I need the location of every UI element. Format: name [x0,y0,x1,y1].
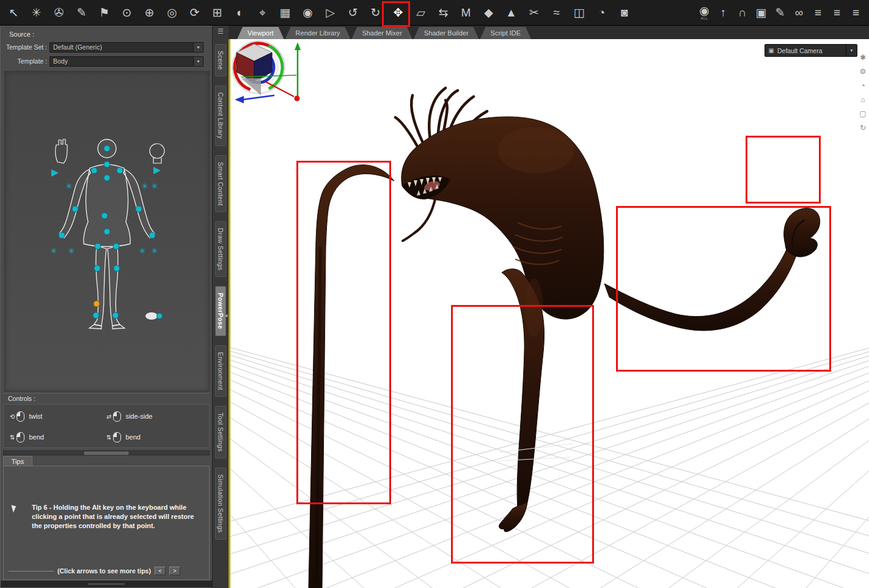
camera-tool-icon[interactable]: ◙ [613,2,636,24]
pen-tool-icon[interactable]: ✎ [70,2,93,24]
controls-header: Controls : [3,393,210,403]
toolbar-main-group: ↖ ✳ ✇ ✎ ⚑ [2,2,636,24]
viewport-tab-bar: Viewport Render Library Shader Mixer Sha… [229,26,869,39]
chevron-down-icon[interactable]: ▼ [193,57,203,66]
head-select-triangle [153,167,161,174]
wedge-tool-icon[interactable]: ▲ [500,2,522,24]
next-tip-button[interactable]: > [169,567,180,575]
control-side-side: ⇄ side-side [106,406,203,427]
tab-scene[interactable]: Scene [215,44,226,76]
chevron-down-icon[interactable]: ▼ [846,45,857,56]
grid-tool-icon[interactable]: ⊞ [206,2,229,24]
home-icon[interactable]: ⌂ [860,96,865,103]
diamond-tool-icon[interactable]: ◆ [477,2,500,24]
hump-highlight [498,127,574,174]
hand-icon [56,139,67,163]
measure-tool-icon[interactable]: M [455,2,477,24]
visibility-all-icon[interactable]: ◉ ALL [695,2,714,24]
template-label: Template : [1,57,50,65]
vptab-shader-builder[interactable]: Shader Builder [414,27,479,39]
mouse-icon [113,411,121,422]
active-joint-dot [94,301,100,307]
settings-gear-icon[interactable]: ⚙ [860,68,867,75]
control-twist: ⟲ twist [10,406,106,427]
top-toolbar: ↖ ✳ ✇ ✎ ⚑ [0,0,869,26]
burst-tool-icon[interactable]: ✳ [25,2,48,24]
hand-select-triangle [51,169,59,177]
tips-footer: (Click arrows to see more tips) < > [9,566,204,576]
vptab-viewport[interactable]: Viewport [237,27,284,39]
source-label: Source : [9,31,34,38]
control-bend-left: ⇅ bend [10,427,106,447]
highlight-box-extended-limb [616,206,831,372]
prev-tip-button[interactable]: < [155,567,166,575]
axis-plane-triangle [241,78,261,95]
clock-tool-icon[interactable]: ◔ [590,2,613,24]
tab-content-library[interactable]: Content Library [215,86,226,145]
pane-list-icon[interactable]: ☰ [218,28,224,35]
person-export-icon[interactable]: ↑ [714,2,733,24]
cursor-icon [11,504,17,512]
refresh-icon[interactable]: ↻ [860,124,866,131]
panel-tool-icon[interactable]: ◫ [568,2,590,24]
tips-tab[interactable]: Tips [3,456,32,466]
svg-text:✳: ✳ [66,182,73,191]
tab-tool-settings[interactable]: Tool Settings [215,406,226,458]
tab-environment[interactable]: Environment [215,345,226,397]
sphere-tool-icon[interactable]: ◐ [229,2,251,24]
template-set-label: Template Set : [1,43,50,51]
wave-tool-icon[interactable]: ≈ [545,2,568,24]
select-tool-icon[interactable]: ↖ [2,2,25,24]
frame-icon[interactable]: ▢ [859,110,866,117]
swap-tool-icon[interactable]: ⇆ [432,2,455,24]
tips-pane: Tip 6 - Holding the Alt key on the keybo… [3,466,210,580]
orbit-tool-icon[interactable]: ⊙ [116,2,138,24]
vptab-shader-mixer[interactable]: Shader Mixer [351,27,412,39]
highlight-box-front-arm [296,161,391,504]
scissors-tool-icon[interactable]: ✂ [522,2,545,24]
tab-smart-content[interactable]: Smart Content [215,155,226,213]
tab-draw-settings[interactable]: Draw Settings [215,221,226,277]
axis-gizmo[interactable] [230,39,306,107]
chevron-down-icon[interactable]: ▼ [193,43,203,52]
template-set-select[interactable]: Default (Generic) ▼ [50,42,204,53]
pose-body-diagram[interactable]: ✳✳✳ ✳✳ ✳✳ [4,71,210,392]
plane-tool-icon[interactable]: ▱ [409,2,432,24]
target-tool-icon[interactable]: ◎ [161,2,183,24]
side-tab-strip: ☰ Scene Content Library Smart Content Dr… [213,26,229,588]
vptab-render-library[interactable]: Render Library [285,27,351,39]
binoculars-icon[interactable]: ∞ [790,2,809,24]
gear-burst-icon[interactable]: ✱ [860,54,866,61]
undo-tool-icon[interactable]: ↺ [342,2,364,24]
mouse-arrow-icon: ⇅ [10,434,15,441]
svg-text:✳: ✳ [152,182,158,191]
orbit-partial-icon[interactable]: ◔ [860,82,865,89]
aim-tool-icon[interactable]: ⌖ [251,2,274,24]
eye-dot-tool-icon[interactable]: ◉ [296,2,319,24]
camera-selector[interactable]: ▣ Default Camera ▼ [765,44,857,57]
tips-footer-text: (Click arrows to see more tips) [57,567,151,575]
panel-collapse-icon[interactable]: ◄ [224,313,229,318]
template-select[interactable]: Body ▼ [50,56,204,67]
template-set-row: Template Set : Default (Generic) ▼ [1,42,212,53]
add-node-tool-icon[interactable]: ⊕ [138,2,161,24]
tab-powerpose[interactable]: PowerPose [215,286,226,336]
headphones-icon[interactable]: ∩ [733,2,752,24]
divider [9,571,54,571]
pencil-icon[interactable]: ✎ [771,2,790,24]
gift-icon[interactable]: ▣ [752,2,771,24]
panel-bottom-bar [1,581,212,587]
mixer-b-icon[interactable]: ≡ [827,2,846,24]
vptab-script-ide[interactable]: Script IDE [480,27,532,39]
mixer-c-icon[interactable]: ≡ [846,2,865,24]
mixer-a-icon[interactable]: ≡ [809,2,827,24]
flag-tool-icon[interactable]: ⚑ [93,2,116,24]
render-block-tool-icon[interactable]: ▦ [274,2,296,24]
play-tool-icon[interactable]: ▷ [319,2,342,24]
compass-tool-icon[interactable]: ✇ [48,2,70,24]
highlight-box-translate-tool [382,1,410,27]
rotate-tool-icon[interactable]: ⟳ [183,2,206,24]
scrollbar-handle[interactable] [84,452,128,455]
panel-scrollbar[interactable] [3,450,210,455]
tab-simulation-settings[interactable]: Simulation Settings [215,468,226,540]
